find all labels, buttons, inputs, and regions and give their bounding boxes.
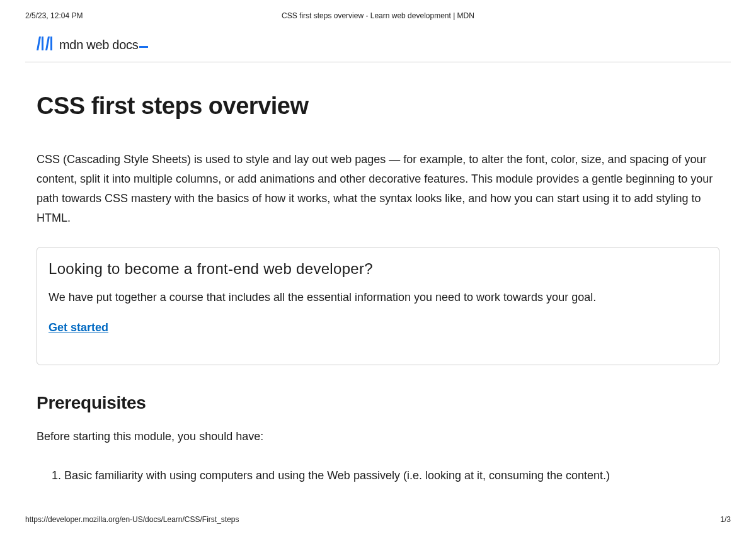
print-doc-title: CSS first steps overview - Learn web dev… <box>282 11 474 20</box>
mdn-logo-mark-icon <box>35 37 54 53</box>
prerequisites-heading: Prerequisites <box>37 393 719 413</box>
prerequisites-intro: Before starting this module, you should … <box>37 428 719 445</box>
mdn-logo-text: mdn web docs <box>59 38 148 52</box>
print-timestamp: 2/5/23, 12:04 PM <box>25 11 83 20</box>
prerequisites-list: Basic familiarity with using computers a… <box>37 467 719 485</box>
logo-section: mdn web docs <box>0 25 756 62</box>
list-item: Basic familiarity with using computers a… <box>64 467 719 485</box>
callout-title: Looking to become a front-end web develo… <box>49 260 707 278</box>
main-content: CSS first steps overview CSS (Cascading … <box>0 62 756 485</box>
print-url: https://developer.mozilla.org/en-US/docs… <box>25 515 239 524</box>
callout-text: We have put together a course that inclu… <box>49 289 707 306</box>
print-page-number: 1/3 <box>720 515 731 524</box>
intro-paragraph: CSS (Cascading Style Sheets) is used to … <box>37 150 719 228</box>
logo-underscore-icon <box>139 46 148 48</box>
callout-box: Looking to become a front-end web develo… <box>37 247 719 365</box>
mdn-logo: mdn web docs <box>35 37 756 53</box>
print-footer: https://developer.mozilla.org/en-US/docs… <box>25 515 731 524</box>
page-title: CSS first steps overview <box>37 93 719 120</box>
get-started-link[interactable]: Get started <box>49 321 108 334</box>
print-header: 2/5/23, 12:04 PM CSS first steps overvie… <box>0 0 756 25</box>
